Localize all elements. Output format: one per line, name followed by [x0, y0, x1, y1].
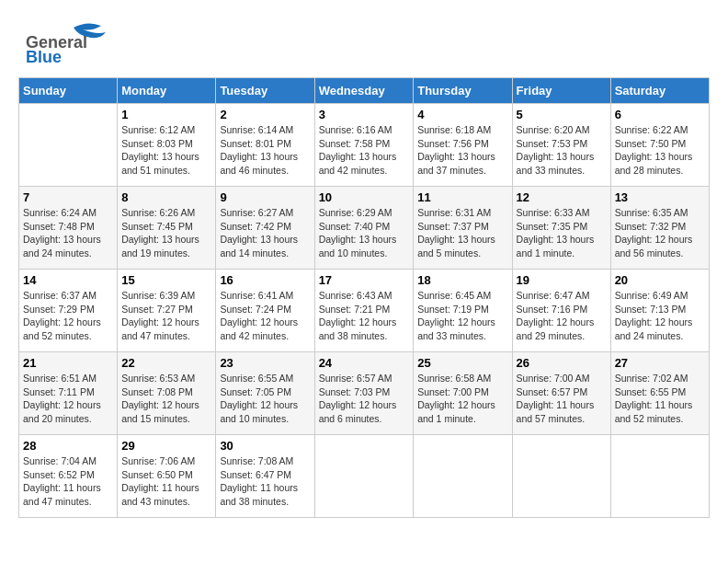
logo: General Blue: [18, 18, 129, 68]
calendar-cell: 17Sunrise: 6:43 AM Sunset: 7:21 PM Dayli…: [314, 270, 414, 352]
calendar-cell: 14Sunrise: 6:37 AM Sunset: 7:29 PM Dayli…: [19, 270, 118, 352]
day-info: Sunrise: 6:43 AM Sunset: 7:21 PM Dayligh…: [319, 289, 410, 343]
day-number: 26: [517, 356, 607, 370]
day-info: Sunrise: 6:14 AM Sunset: 8:01 PM Dayligh…: [220, 123, 310, 178]
calendar-cell: 11Sunrise: 6:31 AM Sunset: 7:37 PM Dayli…: [414, 187, 512, 270]
day-number: 6: [615, 108, 705, 121]
day-info: Sunrise: 6:20 AM Sunset: 7:53 PM Dayligh…: [517, 123, 607, 178]
day-info: Sunrise: 6:47 AM Sunset: 7:16 PM Dayligh…: [517, 289, 607, 343]
day-number: 28: [23, 439, 113, 453]
logo-text: General Blue: [18, 18, 129, 68]
day-info: Sunrise: 6:24 AM Sunset: 7:48 PM Dayligh…: [23, 206, 113, 260]
day-info: Sunrise: 7:04 AM Sunset: 6:52 PM Dayligh…: [23, 454, 113, 509]
day-info: Sunrise: 6:49 AM Sunset: 7:13 PM Dayligh…: [615, 289, 705, 343]
day-number: 5: [517, 108, 607, 121]
calendar-cell: [314, 435, 414, 518]
calendar-cell: 3Sunrise: 6:16 AM Sunset: 7:58 PM Daylig…: [314, 104, 414, 187]
day-info: Sunrise: 6:51 AM Sunset: 7:11 PM Dayligh…: [23, 372, 113, 426]
day-number: 29: [121, 439, 211, 453]
day-number: 13: [615, 190, 705, 204]
day-number: 16: [220, 273, 310, 287]
calendar-cell: 6Sunrise: 6:22 AM Sunset: 7:50 PM Daylig…: [610, 104, 709, 187]
calendar-cell: 18Sunrise: 6:45 AM Sunset: 7:19 PM Dayli…: [414, 270, 512, 352]
day-number: 4: [417, 108, 507, 121]
day-info: Sunrise: 6:45 AM Sunset: 7:19 PM Dayligh…: [417, 289, 507, 343]
day-number: 11: [417, 190, 507, 204]
day-number: 20: [615, 273, 705, 287]
calendar-cell: 10Sunrise: 6:29 AM Sunset: 7:40 PM Dayli…: [314, 187, 414, 270]
day-number: 2: [220, 108, 310, 121]
day-info: Sunrise: 7:00 AM Sunset: 6:57 PM Dayligh…: [517, 372, 607, 426]
day-number: 15: [121, 273, 211, 287]
day-info: Sunrise: 6:57 AM Sunset: 7:03 PM Dayligh…: [319, 372, 410, 426]
day-info: Sunrise: 6:53 AM Sunset: 7:08 PM Dayligh…: [121, 372, 211, 426]
calendar-cell: 29Sunrise: 7:06 AM Sunset: 6:50 PM Dayli…: [118, 435, 216, 518]
calendar-cell: 23Sunrise: 6:55 AM Sunset: 7:05 PM Dayli…: [216, 352, 314, 435]
day-info: Sunrise: 6:37 AM Sunset: 7:29 PM Dayligh…: [23, 289, 113, 343]
day-info: Sunrise: 7:08 AM Sunset: 6:47 PM Dayligh…: [220, 454, 310, 509]
calendar-cell: [19, 104, 118, 187]
day-info: Sunrise: 6:39 AM Sunset: 7:27 PM Dayligh…: [121, 289, 211, 343]
calendar-week-row: 21Sunrise: 6:51 AM Sunset: 7:11 PM Dayli…: [19, 352, 710, 435]
day-info: Sunrise: 6:12 AM Sunset: 8:03 PM Dayligh…: [121, 123, 211, 178]
calendar-cell: 4Sunrise: 6:18 AM Sunset: 7:56 PM Daylig…: [414, 104, 512, 187]
day-info: Sunrise: 6:29 AM Sunset: 7:40 PM Dayligh…: [319, 206, 410, 260]
day-number: 25: [417, 356, 507, 370]
day-info: Sunrise: 7:02 AM Sunset: 6:55 PM Dayligh…: [615, 372, 705, 426]
day-number: 3: [319, 108, 410, 121]
calendar-cell: 24Sunrise: 6:57 AM Sunset: 7:03 PM Dayli…: [314, 352, 414, 435]
day-info: Sunrise: 6:35 AM Sunset: 7:32 PM Dayligh…: [615, 206, 705, 260]
day-info: Sunrise: 6:27 AM Sunset: 7:42 PM Dayligh…: [220, 206, 310, 260]
calendar-cell: 13Sunrise: 6:35 AM Sunset: 7:32 PM Dayli…: [610, 187, 709, 270]
day-number: 1: [121, 108, 211, 121]
page-header: General Blue: [18, 18, 710, 68]
day-info: Sunrise: 6:58 AM Sunset: 7:00 PM Dayligh…: [417, 372, 507, 426]
weekday-header-friday: Friday: [512, 78, 610, 104]
day-info: Sunrise: 6:41 AM Sunset: 7:24 PM Dayligh…: [220, 289, 310, 343]
calendar-cell: 25Sunrise: 6:58 AM Sunset: 7:00 PM Dayli…: [414, 352, 512, 435]
day-info: Sunrise: 7:06 AM Sunset: 6:50 PM Dayligh…: [121, 454, 211, 509]
day-number: 23: [220, 356, 310, 370]
day-info: Sunrise: 6:55 AM Sunset: 7:05 PM Dayligh…: [220, 372, 310, 426]
calendar-cell: 16Sunrise: 6:41 AM Sunset: 7:24 PM Dayli…: [216, 270, 314, 352]
calendar-week-row: 7Sunrise: 6:24 AM Sunset: 7:48 PM Daylig…: [19, 187, 710, 270]
calendar-cell: 20Sunrise: 6:49 AM Sunset: 7:13 PM Dayli…: [610, 270, 709, 352]
weekday-header-row: SundayMondayTuesdayWednesdayThursdayFrid…: [19, 78, 710, 104]
day-number: 12: [517, 190, 607, 204]
calendar-cell: 2Sunrise: 6:14 AM Sunset: 8:01 PM Daylig…: [216, 104, 314, 187]
day-number: 21: [23, 356, 113, 370]
calendar-cell: 7Sunrise: 6:24 AM Sunset: 7:48 PM Daylig…: [19, 187, 118, 270]
day-info: Sunrise: 6:31 AM Sunset: 7:37 PM Dayligh…: [417, 206, 507, 260]
day-number: 17: [319, 273, 410, 287]
weekday-header-thursday: Thursday: [414, 78, 512, 104]
calendar-cell: 21Sunrise: 6:51 AM Sunset: 7:11 PM Dayli…: [19, 352, 118, 435]
calendar-cell: [512, 435, 610, 518]
calendar-cell: 1Sunrise: 6:12 AM Sunset: 8:03 PM Daylig…: [118, 104, 216, 187]
calendar-cell: 22Sunrise: 6:53 AM Sunset: 7:08 PM Dayli…: [118, 352, 216, 435]
day-number: 27: [615, 356, 705, 370]
calendar-week-row: 28Sunrise: 7:04 AM Sunset: 6:52 PM Dayli…: [19, 435, 710, 518]
calendar-cell: 8Sunrise: 6:26 AM Sunset: 7:45 PM Daylig…: [118, 187, 216, 270]
calendar-cell: 26Sunrise: 7:00 AM Sunset: 6:57 PM Dayli…: [512, 352, 610, 435]
day-number: 24: [319, 356, 410, 370]
calendar-cell: 9Sunrise: 6:27 AM Sunset: 7:42 PM Daylig…: [216, 187, 314, 270]
calendar-cell: 27Sunrise: 7:02 AM Sunset: 6:55 PM Dayli…: [610, 352, 709, 435]
calendar-cell: 30Sunrise: 7:08 AM Sunset: 6:47 PM Dayli…: [216, 435, 314, 518]
weekday-header-monday: Monday: [118, 78, 216, 104]
day-number: 30: [220, 439, 310, 453]
calendar-cell: 15Sunrise: 6:39 AM Sunset: 7:27 PM Dayli…: [118, 270, 216, 352]
day-info: Sunrise: 6:33 AM Sunset: 7:35 PM Dayligh…: [517, 206, 607, 260]
weekday-header-saturday: Saturday: [610, 78, 709, 104]
calendar-cell: [414, 435, 512, 518]
day-number: 8: [121, 190, 211, 204]
calendar-week-row: 1Sunrise: 6:12 AM Sunset: 8:03 PM Daylig…: [19, 104, 710, 187]
calendar-cell: 12Sunrise: 6:33 AM Sunset: 7:35 PM Dayli…: [512, 187, 610, 270]
day-number: 18: [417, 273, 507, 287]
svg-text:Blue: Blue: [26, 48, 62, 64]
day-info: Sunrise: 6:16 AM Sunset: 7:58 PM Dayligh…: [319, 123, 410, 178]
day-info: Sunrise: 6:26 AM Sunset: 7:45 PM Dayligh…: [121, 206, 211, 260]
day-number: 22: [121, 356, 211, 370]
day-info: Sunrise: 6:22 AM Sunset: 7:50 PM Dayligh…: [615, 123, 705, 178]
day-number: 7: [23, 190, 113, 204]
day-number: 9: [220, 190, 310, 204]
